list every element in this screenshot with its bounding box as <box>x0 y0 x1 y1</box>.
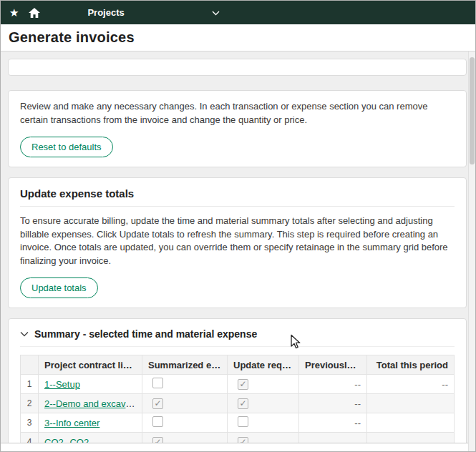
previously-billed-value: -- <box>299 375 367 394</box>
update-expense-totals-card: Update expense totals To ensure accurate… <box>8 177 467 308</box>
previously-billed-value: -- <box>299 413 367 433</box>
page-title: Generate invoices <box>9 29 135 46</box>
footer-strip <box>1 443 468 451</box>
update-required-checkbox[interactable] <box>238 416 248 427</box>
summary-section-title: Summary - selected time and material exp… <box>34 328 257 340</box>
line-id-link[interactable]: 2--Demo and excavation <box>44 398 142 409</box>
reset-to-defaults-button[interactable]: Reset to defaults <box>20 137 113 157</box>
table-header-row: Project contract line ID Summarized entr… <box>21 355 455 375</box>
table-row: 2 2--Demo and excavation -- <box>21 394 455 413</box>
favorites-star-icon[interactable]: ★ <box>9 7 19 18</box>
home-icon[interactable] <box>29 8 40 18</box>
chevron-down-icon <box>212 7 220 18</box>
col-header-total-period: Total this period <box>367 355 455 375</box>
row-number: 3 <box>21 413 39 433</box>
main-content: Review and make any necessary changes. I… <box>1 51 475 452</box>
update-expense-totals-title: Update expense totals <box>20 187 455 200</box>
col-header-summarized: Summarized entries <box>142 355 228 375</box>
col-header-previously-billed: Previously billed <box>299 355 367 375</box>
rownum-header <box>21 355 39 375</box>
summary-section-header: Summary - selected time and material exp… <box>20 328 455 347</box>
update-instructions-text: To ensure accurate billing, update the t… <box>20 215 455 268</box>
summarized-entries-checkbox[interactable] <box>152 416 163 427</box>
previously-billed-value: -- <box>299 394 367 413</box>
page-header: Generate invoices <box>1 24 475 51</box>
summary-card: Summary - selected time and material exp… <box>8 318 467 452</box>
summarized-entries-checkbox[interactable] <box>152 398 163 409</box>
summarized-entries-checkbox[interactable] <box>152 378 163 388</box>
summary-table: Project contract line ID Summarized entr… <box>20 355 455 452</box>
app-window: ★ Projects Generate invoices Review and … <box>0 0 476 452</box>
application-dropdown-label: Projects <box>87 7 124 18</box>
table-row: 3 3--Info center -- <box>21 413 455 433</box>
top-navigation-bar: ★ Projects <box>1 1 475 24</box>
update-required-checkbox[interactable] <box>238 398 248 409</box>
scrollbar-thumb[interactable] <box>470 57 475 164</box>
review-card: Review and make any necessary changes. I… <box>8 90 467 167</box>
table-row: 1 1--Setup -- -- <box>21 375 455 394</box>
row-number: 1 <box>21 375 39 394</box>
vertical-scrollbar[interactable] <box>468 51 475 451</box>
col-header-line-id: Project contract line ID <box>39 355 142 375</box>
line-id-link[interactable]: 3--Info center <box>44 418 99 428</box>
total-this-period-value <box>367 413 455 433</box>
row-number: 2 <box>21 394 39 413</box>
total-this-period-value: -- <box>367 375 455 394</box>
collapse-chevron-icon[interactable] <box>20 331 29 337</box>
total-this-period-value <box>367 394 455 413</box>
col-header-update-required: Update required <box>228 355 299 375</box>
application-dropdown[interactable]: Projects <box>87 7 220 18</box>
scrolled-card-partial <box>8 59 467 76</box>
line-id-link[interactable]: 1--Setup <box>44 379 80 390</box>
review-instructions-text: Review and make any necessary changes. I… <box>20 100 455 127</box>
update-required-checkbox[interactable] <box>238 379 248 390</box>
update-totals-button[interactable]: Update totals <box>20 277 98 298</box>
